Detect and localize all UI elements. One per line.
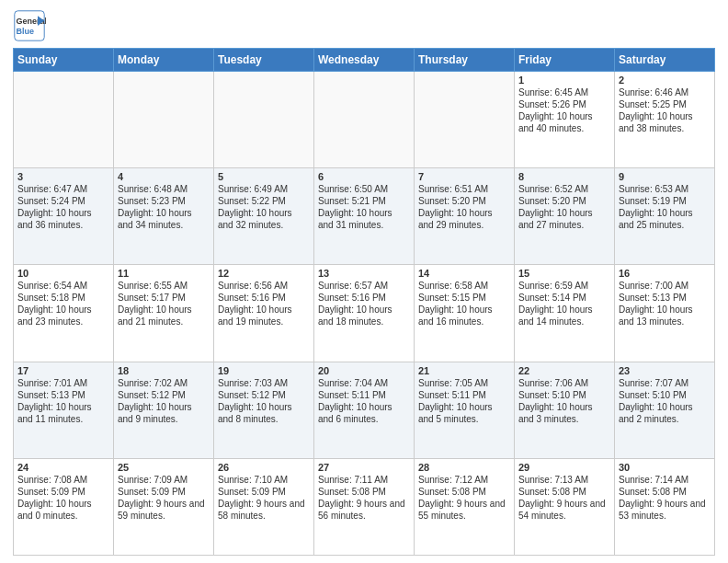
calendar-cell-2-4: 6Sunrise: 6:50 AMSunset: 5:21 PMDaylight… xyxy=(314,168,415,265)
weekday-header-wednesday: Wednesday xyxy=(314,49,415,72)
cell-text: Sunset: 5:22 PM xyxy=(218,195,310,207)
day-number: 17 xyxy=(17,365,109,376)
cell-text: Daylight: 10 hours and 16 minutes. xyxy=(418,304,510,327)
cell-text: Sunset: 5:14 PM xyxy=(518,292,610,304)
calendar-cell-1-5 xyxy=(415,72,515,168)
cell-text: Sunrise: 7:14 AM xyxy=(619,474,711,486)
calendar-cell-3-5: 14Sunrise: 6:58 AMSunset: 5:15 PMDayligh… xyxy=(415,265,515,362)
cell-text: Daylight: 10 hours and 14 minutes. xyxy=(518,304,610,327)
cell-text: Sunset: 5:10 PM xyxy=(619,389,711,401)
cell-text: Sunrise: 7:02 AM xyxy=(118,377,210,389)
calendar-cell-3-2: 11Sunrise: 6:55 AMSunset: 5:17 PMDayligh… xyxy=(114,265,214,362)
cell-text: Sunrise: 7:11 AM xyxy=(318,474,410,486)
cell-text: Sunset: 5:26 PM xyxy=(518,98,610,110)
day-number: 13 xyxy=(318,268,410,279)
cell-text: Daylight: 10 hours and 19 minutes. xyxy=(218,304,310,327)
cell-text: Sunrise: 6:50 AM xyxy=(318,183,410,195)
cell-text: Sunrise: 7:05 AM xyxy=(418,377,510,389)
week-row-2: 3Sunrise: 6:47 AMSunset: 5:24 PMDaylight… xyxy=(14,168,715,265)
weekday-header-sunday: Sunday xyxy=(14,49,114,72)
cell-text: Sunset: 5:08 PM xyxy=(318,486,410,498)
cell-text: Sunset: 5:20 PM xyxy=(518,195,610,207)
week-row-5: 24Sunrise: 7:08 AMSunset: 5:09 PMDayligh… xyxy=(14,458,715,555)
cell-text: Sunset: 5:19 PM xyxy=(619,195,711,207)
calendar-cell-1-4 xyxy=(314,72,415,168)
cell-text: Sunrise: 6:54 AM xyxy=(17,280,109,292)
day-number: 5 xyxy=(218,171,310,182)
cell-text: Sunrise: 7:04 AM xyxy=(318,377,410,389)
weekday-header-monday: Monday xyxy=(114,49,214,72)
cell-text: Sunrise: 6:51 AM xyxy=(418,183,510,195)
calendar-cell-5-2: 25Sunrise: 7:09 AMSunset: 5:09 PMDayligh… xyxy=(114,458,214,555)
cell-text: Sunrise: 7:06 AM xyxy=(518,377,610,389)
day-number: 18 xyxy=(118,365,210,376)
day-number: 2 xyxy=(619,75,711,86)
logo: General Blue xyxy=(13,9,48,42)
day-number: 23 xyxy=(619,365,711,376)
calendar-cell-1-7: 2Sunrise: 6:46 AMSunset: 5:25 PMDaylight… xyxy=(615,72,715,168)
calendar-cell-4-2: 18Sunrise: 7:02 AMSunset: 5:12 PMDayligh… xyxy=(114,362,214,458)
cell-text: Sunset: 5:13 PM xyxy=(17,389,109,401)
cell-text: Sunrise: 7:12 AM xyxy=(418,474,510,486)
cell-text: Sunset: 5:23 PM xyxy=(118,195,210,207)
day-number: 29 xyxy=(518,462,610,473)
cell-text: Daylight: 10 hours and 9 minutes. xyxy=(118,401,210,425)
day-number: 30 xyxy=(619,462,711,473)
calendar-cell-3-6: 15Sunrise: 6:59 AMSunset: 5:14 PMDayligh… xyxy=(515,265,615,362)
cell-text: Sunrise: 6:47 AM xyxy=(17,183,109,195)
day-number: 24 xyxy=(17,462,109,473)
calendar-cell-4-3: 19Sunrise: 7:03 AMSunset: 5:12 PMDayligh… xyxy=(214,362,314,458)
calendar-cell-2-1: 3Sunrise: 6:47 AMSunset: 5:24 PMDaylight… xyxy=(14,168,114,265)
calendar-cell-4-5: 21Sunrise: 7:05 AMSunset: 5:11 PMDayligh… xyxy=(415,362,515,458)
calendar-cell-1-6: 1Sunrise: 6:45 AMSunset: 5:26 PMDaylight… xyxy=(515,72,615,168)
day-number: 1 xyxy=(518,75,610,86)
cell-text: Sunrise: 6:55 AM xyxy=(118,280,210,292)
day-number: 4 xyxy=(118,171,210,182)
cell-text: Sunrise: 6:49 AM xyxy=(218,183,310,195)
cell-text: Sunset: 5:08 PM xyxy=(418,486,510,498)
calendar-cell-5-5: 28Sunrise: 7:12 AMSunset: 5:08 PMDayligh… xyxy=(415,458,515,555)
calendar-cell-1-2 xyxy=(114,72,214,168)
cell-text: Sunrise: 6:56 AM xyxy=(218,280,310,292)
day-number: 3 xyxy=(17,171,109,182)
day-number: 25 xyxy=(118,462,210,473)
weekday-header-thursday: Thursday xyxy=(415,49,515,72)
calendar-cell-4-6: 22Sunrise: 7:06 AMSunset: 5:10 PMDayligh… xyxy=(515,362,615,458)
cell-text: Sunset: 5:08 PM xyxy=(619,486,711,498)
calendar-cell-4-7: 23Sunrise: 7:07 AMSunset: 5:10 PMDayligh… xyxy=(615,362,715,458)
day-number: 9 xyxy=(619,171,711,182)
weekday-header-friday: Friday xyxy=(515,49,615,72)
calendar-cell-2-7: 9Sunrise: 6:53 AMSunset: 5:19 PMDaylight… xyxy=(615,168,715,265)
cell-text: Daylight: 10 hours and 40 minutes. xyxy=(518,110,610,134)
calendar-cell-2-5: 7Sunrise: 6:51 AMSunset: 5:20 PMDaylight… xyxy=(415,168,515,265)
cell-text: Daylight: 10 hours and 34 minutes. xyxy=(118,207,210,231)
cell-text: Sunrise: 6:53 AM xyxy=(619,183,711,195)
calendar-cell-3-4: 13Sunrise: 6:57 AMSunset: 5:16 PMDayligh… xyxy=(314,265,415,362)
day-number: 21 xyxy=(418,365,510,376)
day-number: 20 xyxy=(318,365,410,376)
cell-text: Daylight: 9 hours and 54 minutes. xyxy=(518,498,610,522)
cell-text: Sunset: 5:16 PM xyxy=(218,292,310,304)
day-number: 11 xyxy=(118,268,210,279)
day-number: 26 xyxy=(218,462,310,473)
calendar-cell-4-1: 17Sunrise: 7:01 AMSunset: 5:13 PMDayligh… xyxy=(14,362,114,458)
week-row-1: 1Sunrise: 6:45 AMSunset: 5:26 PMDaylight… xyxy=(14,72,715,168)
cell-text: Sunset: 5:12 PM xyxy=(218,389,310,401)
cell-text: Sunset: 5:08 PM xyxy=(518,486,610,498)
cell-text: Sunset: 5:13 PM xyxy=(619,292,711,304)
day-number: 22 xyxy=(518,365,610,376)
day-number: 15 xyxy=(518,268,610,279)
calendar-cell-5-6: 29Sunrise: 7:13 AMSunset: 5:08 PMDayligh… xyxy=(515,458,615,555)
cell-text: Sunrise: 6:58 AM xyxy=(418,280,510,292)
cell-text: Daylight: 9 hours and 53 minutes. xyxy=(619,498,711,522)
cell-text: Sunset: 5:12 PM xyxy=(118,389,210,401)
day-number: 27 xyxy=(318,462,410,473)
weekday-header-tuesday: Tuesday xyxy=(214,49,314,72)
cell-text: Daylight: 9 hours and 59 minutes. xyxy=(118,498,210,522)
cell-text: Sunset: 5:09 PM xyxy=(17,486,109,498)
weekday-header-row: SundayMondayTuesdayWednesdayThursdayFrid… xyxy=(14,49,715,72)
calendar-cell-5-1: 24Sunrise: 7:08 AMSunset: 5:09 PMDayligh… xyxy=(14,458,114,555)
cell-text: Daylight: 10 hours and 6 minutes. xyxy=(318,401,410,425)
cell-text: Sunset: 5:09 PM xyxy=(218,486,310,498)
cell-text: Sunset: 5:18 PM xyxy=(17,292,109,304)
